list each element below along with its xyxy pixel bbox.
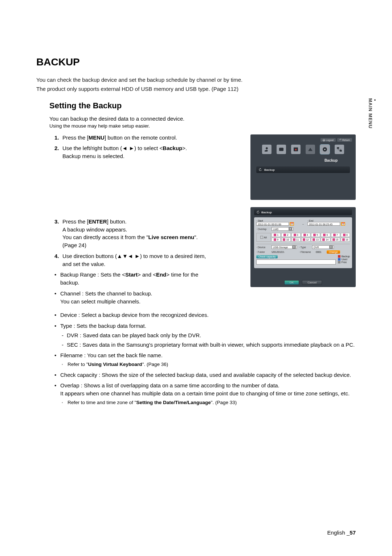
bullet-overlap: Overlap : Shows a list of overlapping da…	[54, 382, 356, 406]
start-label: · Start	[256, 219, 299, 222]
check-capacity-button[interactable]: Check capacity	[256, 255, 278, 258]
hdd-icon	[278, 146, 285, 153]
device-select[interactable]: USB-Storage	[271, 245, 297, 249]
overlap-note: Refer to time and time zone of "Setting …	[60, 399, 356, 406]
type-dvr: DVR : Saved data can be played back only…	[60, 331, 356, 339]
menu-icon-device[interactable]	[277, 145, 286, 154]
folder-label: · Folder	[256, 251, 269, 253]
side-tab: MAIN MENU	[368, 98, 377, 129]
bullet-type: Type : Sets the backup data format. DVR …	[54, 322, 356, 348]
svg-point-2	[295, 149, 297, 151]
svg-point-4	[324, 149, 326, 150]
screenshot-backup-dialog: Backup · Start 2012-01-01 00:01:06 📅 ~ ·…	[250, 207, 356, 287]
filename-note: Refer to "Using Virtual Keyboard". (Page…	[60, 361, 356, 368]
mouse-hint: Using the mouse may help make setup easi…	[49, 123, 356, 129]
step-2: 2. Use the left/right button (◄ ►) to se…	[54, 144, 213, 160]
ch-1[interactable]: 1	[271, 233, 281, 237]
ok-button[interactable]: OK	[284, 280, 299, 285]
change-button[interactable]: Change	[327, 250, 340, 254]
channel-all-checkbox[interactable]: All	[256, 233, 271, 242]
bullet-range: Backup Range : Sets the <Start> and <End…	[54, 271, 213, 287]
ch-2[interactable]: 2	[281, 233, 290, 237]
filename-value: 0001	[316, 251, 324, 253]
folder-value: \20120101\	[271, 251, 297, 253]
type-sec: SEC : Saves data in the Samsung's propri…	[60, 341, 356, 349]
backup-menu-item[interactable]: Backup	[256, 166, 350, 173]
device-label: · Device	[256, 246, 269, 249]
filename-label: · Filename	[299, 251, 314, 253]
calendar-icon[interactable]: 📅	[290, 222, 294, 226]
end-label: · End	[307, 219, 350, 222]
person-gear-icon	[264, 146, 270, 153]
logout-button[interactable]: ⏻Logout	[320, 138, 336, 142]
dialog-title: Backup	[254, 209, 352, 215]
screenshot-menu: ⏻Logout ↶Return Backup Backup	[250, 134, 356, 200]
main-heading: BACKUP	[36, 56, 356, 68]
ch-9[interactable]: 9	[271, 238, 281, 242]
ch-8[interactable]: 8	[341, 233, 350, 237]
bullet-channel: Channel : Sets the channel to backup. Yo…	[54, 290, 213, 306]
ch-6[interactable]: 6	[321, 233, 330, 237]
capacity-legend: Backup Used Free	[338, 255, 350, 263]
refresh-icon	[258, 168, 262, 172]
return-icon: ↶	[339, 138, 342, 141]
step-3: 3. Press the [ENTER] button. A backup wi…	[54, 218, 213, 249]
ch-3[interactable]: 3	[291, 233, 301, 237]
refresh-icon	[256, 210, 260, 214]
ch-11[interactable]: 11	[291, 238, 301, 242]
overlap-select[interactable]: List0	[271, 227, 293, 231]
ch-14[interactable]: 14	[321, 238, 330, 242]
bullet-device: Device : Select a backup device from the…	[54, 311, 356, 319]
backup-desc: You can backup the desired data to a con…	[49, 116, 356, 122]
return-button[interactable]: ↶Return	[337, 138, 352, 142]
bullet-filename: Filename : You can set the back file nam…	[54, 351, 356, 368]
capacity-display	[256, 259, 336, 265]
intro-line-2: The product only supports external HDD o…	[36, 85, 356, 93]
menu-icon-system[interactable]	[262, 145, 271, 154]
type-select[interactable]: DVR	[312, 245, 334, 249]
svg-rect-6	[340, 150, 342, 152]
page-footer: English _57	[327, 529, 356, 536]
menu-icon-backup[interactable]	[320, 145, 330, 154]
ch-15[interactable]: 15	[331, 238, 340, 242]
menu-icon-event[interactable]	[306, 145, 315, 154]
step-1: 1. Press the [MENU] button on the remote…	[54, 134, 213, 142]
channel-grid: All 1 2 3 4 5 6 7 8 9 10 11 12 13 14 15 …	[256, 233, 350, 242]
intro-line-1: You can check the backup device and set …	[36, 76, 356, 84]
logout-icon: ⏻	[323, 139, 325, 141]
svg-rect-0	[279, 148, 283, 151]
calendar-icon[interactable]: 📅	[341, 222, 345, 226]
step-4: 4. Use direction buttons (▲▼◄ ►) to move…	[54, 252, 213, 268]
overlap-label: · Overlap	[256, 228, 269, 230]
network-icon	[336, 146, 343, 153]
cancel-button[interactable]: Cancel	[302, 280, 322, 285]
end-field[interactable]: 2012-01-01 08:25:45	[307, 222, 340, 226]
menu-icon-record[interactable]	[291, 145, 301, 154]
bullet-capacity: Check capacity : Shows the size of the s…	[54, 371, 356, 379]
ch-7[interactable]: 7	[331, 233, 340, 237]
ch-10[interactable]: 10	[281, 238, 290, 242]
type-label: · Type	[299, 246, 310, 249]
disc-icon	[322, 146, 328, 153]
ch-12[interactable]: 12	[301, 238, 310, 242]
menu-icon-network[interactable]	[335, 145, 344, 154]
backup-label: Backup	[250, 158, 356, 162]
sub-heading: Setting the Backup	[49, 101, 356, 110]
ch-13[interactable]: 13	[311, 238, 320, 242]
calendar-rec-icon	[293, 146, 299, 153]
svg-rect-5	[337, 147, 339, 149]
event-icon	[307, 146, 314, 153]
ch-4[interactable]: 4	[301, 233, 310, 237]
ch-16[interactable]: 16	[341, 238, 350, 242]
ch-5[interactable]: 5	[311, 233, 320, 237]
start-field[interactable]: 2012-01-01 00:01:06	[256, 222, 289, 226]
